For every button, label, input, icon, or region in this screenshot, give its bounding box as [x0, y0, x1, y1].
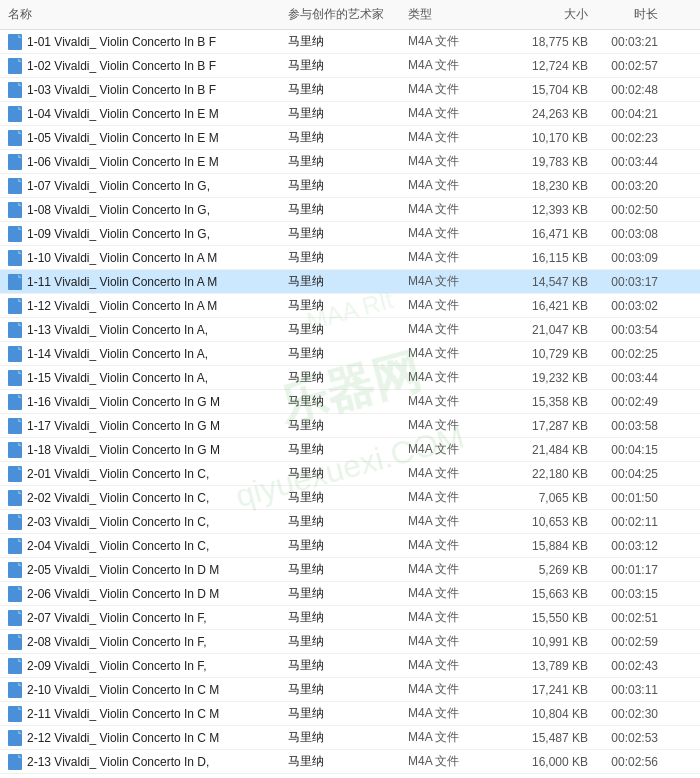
- file-name: 1-17 Vivaldi_ Violin Concerto In G M: [27, 419, 220, 433]
- file-icon: [8, 658, 22, 674]
- file-artist: 马里纳: [288, 681, 408, 698]
- table-row[interactable]: 1-11 Vivaldi_ Violin Concerto In A M 马里纳…: [0, 270, 700, 294]
- file-type: M4A 文件: [408, 753, 498, 770]
- table-row[interactable]: 1-12 Vivaldi_ Violin Concerto In A M 马里纳…: [0, 294, 700, 318]
- file-name-cell: 2-06 Vivaldi_ Violin Concerto In D M: [8, 586, 288, 602]
- file-icon: [8, 514, 22, 530]
- file-size: 18,230 KB: [498, 179, 588, 193]
- file-duration: 00:03:09: [588, 251, 658, 265]
- file-duration: 00:02:51: [588, 611, 658, 625]
- table-row[interactable]: 2-09 Vivaldi_ Violin Concerto In F, 马里纳 …: [0, 654, 700, 678]
- file-icon: [8, 58, 22, 74]
- table-row[interactable]: 1-08 Vivaldi_ Violin Concerto In G, 马里纳 …: [0, 198, 700, 222]
- table-row[interactable]: 2-14 Vivaldi_ Violin Concerto In D, 马里纳 …: [0, 774, 700, 778]
- file-duration: 00:03:54: [588, 323, 658, 337]
- file-icon: [8, 562, 22, 578]
- file-name-cell: 2-10 Vivaldi_ Violin Concerto In C M: [8, 682, 288, 698]
- file-name: 2-04 Vivaldi_ Violin Concerto In C,: [27, 539, 209, 553]
- table-row[interactable]: 2-06 Vivaldi_ Violin Concerto In D M 马里纳…: [0, 582, 700, 606]
- table-row[interactable]: 1-02 Vivaldi_ Violin Concerto In B F 马里纳…: [0, 54, 700, 78]
- table-row[interactable]: 1-01 Vivaldi_ Violin Concerto In B F 马里纳…: [0, 30, 700, 54]
- table-row[interactable]: 1-16 Vivaldi_ Violin Concerto In G M 马里纳…: [0, 390, 700, 414]
- file-duration: 00:02:23: [588, 131, 658, 145]
- file-name-cell: 1-01 Vivaldi_ Violin Concerto In B F: [8, 34, 288, 50]
- file-name: 1-15 Vivaldi_ Violin Concerto In A,: [27, 371, 208, 385]
- file-artist: 马里纳: [288, 177, 408, 194]
- file-name-cell: 2-09 Vivaldi_ Violin Concerto In F,: [8, 658, 288, 674]
- file-size: 17,241 KB: [498, 683, 588, 697]
- file-icon: [8, 706, 22, 722]
- table-row[interactable]: 1-04 Vivaldi_ Violin Concerto In E M 马里纳…: [0, 102, 700, 126]
- file-artist: 马里纳: [288, 633, 408, 650]
- file-duration: 00:03:12: [588, 539, 658, 553]
- file-duration: 00:03:11: [588, 683, 658, 697]
- file-name: 2-02 Vivaldi_ Violin Concerto In C,: [27, 491, 209, 505]
- table-row[interactable]: 2-02 Vivaldi_ Violin Concerto In C, 马里纳 …: [0, 486, 700, 510]
- file-name-cell: 1-07 Vivaldi_ Violin Concerto In G,: [8, 178, 288, 194]
- file-name-cell: 1-10 Vivaldi_ Violin Concerto In A M: [8, 250, 288, 266]
- table-row[interactable]: 1-15 Vivaldi_ Violin Concerto In A, 马里纳 …: [0, 366, 700, 390]
- table-row[interactable]: 1-05 Vivaldi_ Violin Concerto In E M 马里纳…: [0, 126, 700, 150]
- table-row[interactable]: 1-13 Vivaldi_ Violin Concerto In A, 马里纳 …: [0, 318, 700, 342]
- header-duration: 时长: [588, 6, 658, 23]
- table-row[interactable]: 1-17 Vivaldi_ Violin Concerto In G M 马里纳…: [0, 414, 700, 438]
- file-artist: 马里纳: [288, 81, 408, 98]
- file-type: M4A 文件: [408, 177, 498, 194]
- file-type: M4A 文件: [408, 153, 498, 170]
- file-icon: [8, 298, 22, 314]
- table-row[interactable]: 2-07 Vivaldi_ Violin Concerto In F, 马里纳 …: [0, 606, 700, 630]
- file-name: 2-03 Vivaldi_ Violin Concerto In C,: [27, 515, 209, 529]
- table-row[interactable]: 1-14 Vivaldi_ Violin Concerto In A, 马里纳 …: [0, 342, 700, 366]
- file-name: 2-12 Vivaldi_ Violin Concerto In C M: [27, 731, 219, 745]
- file-icon: [8, 682, 22, 698]
- file-icon: [8, 202, 22, 218]
- table-row[interactable]: 1-09 Vivaldi_ Violin Concerto In G, 马里纳 …: [0, 222, 700, 246]
- file-duration: 00:04:21: [588, 107, 658, 121]
- table-row[interactable]: 1-07 Vivaldi_ Violin Concerto In G, 马里纳 …: [0, 174, 700, 198]
- file-duration: 00:02:49: [588, 395, 658, 409]
- table-row[interactable]: 2-12 Vivaldi_ Violin Concerto In C M 马里纳…: [0, 726, 700, 750]
- file-artist: 马里纳: [288, 561, 408, 578]
- table-row[interactable]: 2-05 Vivaldi_ Violin Concerto In D M 马里纳…: [0, 558, 700, 582]
- file-artist: 马里纳: [288, 249, 408, 266]
- table-row[interactable]: 2-08 Vivaldi_ Violin Concerto In F, 马里纳 …: [0, 630, 700, 654]
- table-row[interactable]: 2-13 Vivaldi_ Violin Concerto In D, 马里纳 …: [0, 750, 700, 774]
- file-name: 1-06 Vivaldi_ Violin Concerto In E M: [27, 155, 219, 169]
- file-name: 1-10 Vivaldi_ Violin Concerto In A M: [27, 251, 217, 265]
- file-name-cell: 1-14 Vivaldi_ Violin Concerto In A,: [8, 346, 288, 362]
- file-name-cell: 2-05 Vivaldi_ Violin Concerto In D M: [8, 562, 288, 578]
- table-row[interactable]: 1-18 Vivaldi_ Violin Concerto In G M 马里纳…: [0, 438, 700, 462]
- file-size: 17,287 KB: [498, 419, 588, 433]
- table-row[interactable]: 1-06 Vivaldi_ Violin Concerto In E M 马里纳…: [0, 150, 700, 174]
- file-name-cell: 2-01 Vivaldi_ Violin Concerto In C,: [8, 466, 288, 482]
- file-artist: 马里纳: [288, 585, 408, 602]
- file-artist: 马里纳: [288, 105, 408, 122]
- file-artist: 马里纳: [288, 201, 408, 218]
- file-name: 2-01 Vivaldi_ Violin Concerto In C,: [27, 467, 209, 481]
- table-row[interactable]: 1-10 Vivaldi_ Violin Concerto In A M 马里纳…: [0, 246, 700, 270]
- file-size: 16,115 KB: [498, 251, 588, 265]
- file-name-cell: 2-08 Vivaldi_ Violin Concerto In F,: [8, 634, 288, 650]
- file-name-cell: 2-13 Vivaldi_ Violin Concerto In D,: [8, 754, 288, 770]
- file-name-cell: 1-09 Vivaldi_ Violin Concerto In G,: [8, 226, 288, 242]
- table-row[interactable]: 2-11 Vivaldi_ Violin Concerto In C M 马里纳…: [0, 702, 700, 726]
- file-name-cell: 1-04 Vivaldi_ Violin Concerto In E M: [8, 106, 288, 122]
- file-artist: 马里纳: [288, 225, 408, 242]
- file-size: 22,180 KB: [498, 467, 588, 481]
- file-type: M4A 文件: [408, 513, 498, 530]
- table-row[interactable]: 2-03 Vivaldi_ Violin Concerto In C, 马里纳 …: [0, 510, 700, 534]
- file-name-cell: 2-11 Vivaldi_ Violin Concerto In C M: [8, 706, 288, 722]
- file-type: M4A 文件: [408, 105, 498, 122]
- table-row[interactable]: 1-03 Vivaldi_ Violin Concerto In B F 马里纳…: [0, 78, 700, 102]
- file-duration: 00:03:20: [588, 179, 658, 193]
- file-size: 16,421 KB: [498, 299, 588, 313]
- table-row[interactable]: 2-10 Vivaldi_ Violin Concerto In C M 马里纳…: [0, 678, 700, 702]
- file-name: 1-04 Vivaldi_ Violin Concerto In E M: [27, 107, 219, 121]
- file-duration: 00:02:57: [588, 59, 658, 73]
- file-type: M4A 文件: [408, 609, 498, 626]
- table-row[interactable]: 2-01 Vivaldi_ Violin Concerto In C, 马里纳 …: [0, 462, 700, 486]
- file-name: 2-10 Vivaldi_ Violin Concerto In C M: [27, 683, 219, 697]
- table-row[interactable]: 2-04 Vivaldi_ Violin Concerto In C, 马里纳 …: [0, 534, 700, 558]
- file-icon: [8, 106, 22, 122]
- file-duration: 00:01:17: [588, 563, 658, 577]
